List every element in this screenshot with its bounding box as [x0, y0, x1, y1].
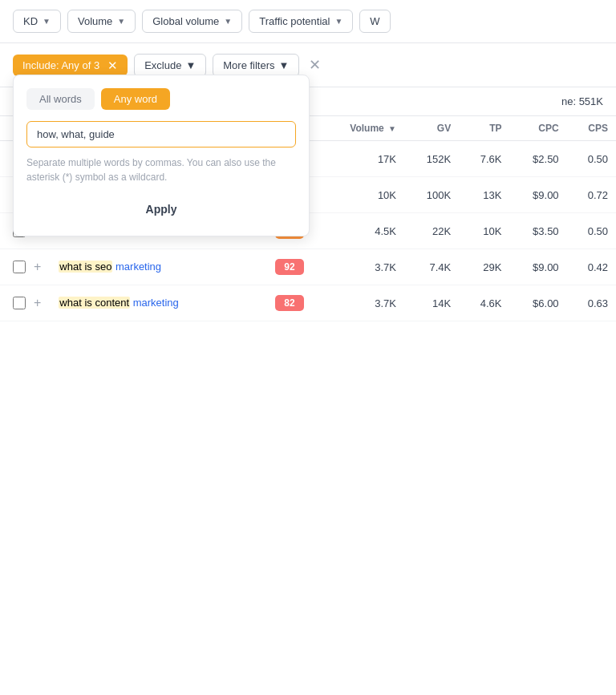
- row-checkbox-cell: +: [0, 285, 51, 321]
- exclude-arrow-icon: ▼: [185, 59, 196, 71]
- traffic-potential-filter[interactable]: Traffic potential ▼: [249, 10, 353, 33]
- row-checkbox[interactable]: [13, 297, 26, 309]
- clear-all-filters-button[interactable]: ✕: [306, 53, 324, 77]
- more-filters-arrow-icon: ▼: [279, 59, 290, 71]
- more-filters-label: More filters: [223, 59, 274, 71]
- gv-cell: 7.4K: [404, 249, 459, 285]
- kd-badge: 82: [275, 295, 304, 311]
- w-filter[interactable]: W: [359, 10, 390, 33]
- keyword-cell: what is content marketing: [51, 285, 259, 321]
- kd-cell: 92: [259, 249, 320, 285]
- table-row: + what is content marketing 82 3.7K 14K …: [0, 285, 616, 321]
- keyword-cell: what is seo marketing: [51, 249, 259, 285]
- kd-badge: 92: [275, 259, 304, 275]
- traffic-potential-arrow-icon: ▼: [334, 17, 342, 26]
- tp-cell: 10K: [459, 213, 509, 249]
- cpc-col-header[interactable]: CPC: [509, 116, 566, 141]
- global-volume-label: Global volume: [152, 15, 219, 27]
- keyword-filter-input[interactable]: [26, 121, 296, 147]
- volume-info-text: ne: 551K: [561, 95, 603, 107]
- cpc-cell: $6.00: [509, 285, 566, 321]
- volume-cell: 10K: [320, 177, 404, 213]
- gv-col-header[interactable]: GV: [404, 116, 459, 141]
- cps-cell: 0.50: [567, 213, 616, 249]
- filter-bar: KD ▼ Volume ▼ Global volume ▼ Traffic po…: [0, 0, 616, 43]
- kd-arrow-icon: ▼: [43, 17, 51, 26]
- row-checkbox[interactable]: [13, 261, 26, 273]
- gv-cell: 14K: [404, 285, 459, 321]
- cpc-cell: $9.00: [509, 177, 566, 213]
- more-filters-button[interactable]: More filters ▼: [213, 54, 299, 77]
- include-filter[interactable]: Include: Any of 3 ✕: [13, 55, 128, 76]
- keyword-link[interactable]: what is content marketing: [59, 297, 178, 309]
- kd-cell: 82: [259, 285, 320, 321]
- include-close-button[interactable]: ✕: [104, 59, 118, 71]
- volume-cell: 17K: [320, 141, 404, 177]
- kd-filter[interactable]: KD ▼: [13, 10, 61, 33]
- kd-label: KD: [23, 15, 38, 27]
- volume-col-header[interactable]: Volume ▼: [320, 116, 404, 141]
- volume-cell: 3.7K: [320, 285, 404, 321]
- tp-cell: 13K: [459, 177, 509, 213]
- cpc-cell: $9.00: [509, 249, 566, 285]
- cps-cell: 0.50: [567, 141, 616, 177]
- add-to-list-button[interactable]: +: [32, 259, 43, 275]
- global-volume-filter[interactable]: Global volume ▼: [142, 10, 242, 33]
- exclude-filter[interactable]: Exclude ▼: [134, 54, 206, 77]
- volume-sort-icon: ▼: [388, 124, 396, 133]
- gv-cell: 100K: [404, 177, 459, 213]
- volume-filter[interactable]: Volume ▼: [67, 10, 136, 33]
- word-toggle-group: All words Any word: [26, 88, 296, 110]
- cps-cell: 0.72: [567, 177, 616, 213]
- tp-cell: 4.6K: [459, 285, 509, 321]
- include-label: Include: Any of 3: [22, 59, 99, 71]
- tp-cell: 7.6K: [459, 141, 509, 177]
- exclude-label: Exclude: [144, 59, 181, 71]
- cps-cell: 0.42: [567, 249, 616, 285]
- volume-cell: 4.5K: [320, 213, 404, 249]
- any-word-toggle[interactable]: Any word: [101, 88, 170, 110]
- volume-label: Volume: [78, 15, 112, 27]
- volume-arrow-icon: ▼: [117, 17, 125, 26]
- include-dropdown: All words Any word Separate multiple wor…: [13, 75, 310, 236]
- all-words-toggle[interactable]: All words: [26, 88, 95, 110]
- cps-col-header[interactable]: CPS: [567, 116, 616, 141]
- gv-cell: 152K: [404, 141, 459, 177]
- volume-cell: 3.7K: [320, 249, 404, 285]
- traffic-potential-label: Traffic potential: [259, 15, 330, 27]
- w-label: W: [370, 15, 379, 27]
- cpc-cell: $2.50: [509, 141, 566, 177]
- tp-cell: 29K: [459, 249, 509, 285]
- add-to-list-button[interactable]: +: [32, 295, 43, 311]
- hint-text: Separate multiple words by commas. You c…: [26, 156, 296, 184]
- cpc-cell: $3.50: [509, 213, 566, 249]
- gv-cell: 22K: [404, 213, 459, 249]
- apply-button[interactable]: Apply: [26, 196, 296, 223]
- row-checkbox-cell: +: [0, 249, 51, 285]
- tp-col-header[interactable]: TP: [459, 116, 509, 141]
- table-row: + what is seo marketing 92 3.7K 7.4K 29K…: [0, 249, 616, 285]
- global-volume-arrow-icon: ▼: [224, 17, 232, 26]
- cps-cell: 0.63: [567, 285, 616, 321]
- keyword-link[interactable]: what is seo marketing: [59, 261, 161, 273]
